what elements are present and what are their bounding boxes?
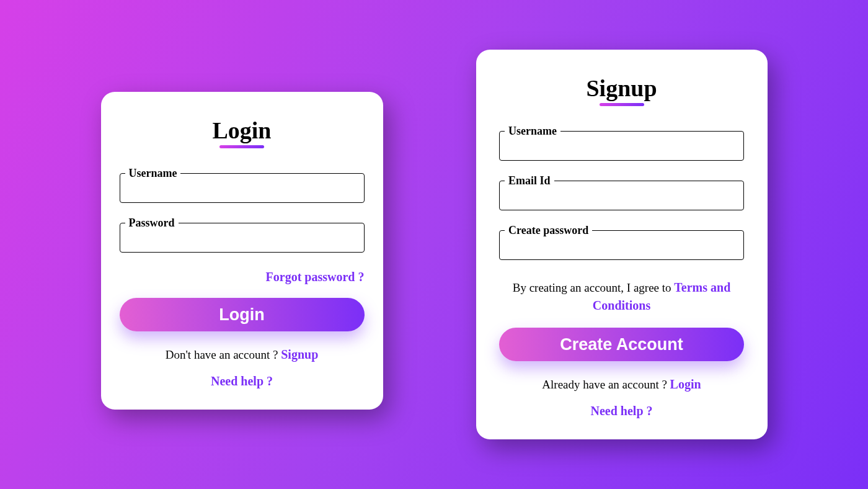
signup-password-label: Create password [505, 224, 592, 237]
signup-email-label: Email Id [505, 174, 554, 187]
login-password-label: Password [125, 217, 179, 230]
signup-password-input[interactable] [505, 237, 738, 257]
signup-card: Signup Username Email Id Create password… [476, 50, 768, 439]
signup-link[interactable]: Signup [281, 348, 318, 361]
signup-password-group: Create password [499, 224, 744, 260]
signup-username-label: Username [505, 125, 560, 138]
title-underline [219, 145, 264, 148]
signup-username-input[interactable] [505, 138, 738, 158]
agree-text: By creating an account, I agree to [513, 281, 675, 294]
signup-help-link[interactable]: Need help ? [591, 404, 653, 418]
login-card: Login Username Password Forgot password … [101, 92, 383, 410]
create-account-button[interactable]: Create Account [499, 328, 744, 361]
login-password-group: Password [120, 217, 365, 253]
forgot-password-row: Forgot password ? [120, 270, 365, 284]
title-underline [600, 103, 644, 106]
login-username-input[interactable] [125, 180, 359, 200]
login-signup-row: Don't have an account ? Signup [166, 348, 319, 362]
signup-login-row: Already have an account ? Login [542, 377, 701, 392]
forgot-password-link[interactable]: Forgot password ? [266, 270, 365, 284]
signup-email-group: Email Id [499, 174, 744, 210]
login-username-label: Username [125, 167, 181, 180]
login-button[interactable]: Login [120, 298, 365, 331]
have-account-text: Already have an account ? [542, 378, 670, 391]
signup-email-input[interactable] [505, 187, 738, 207]
login-help-link[interactable]: Need help ? [211, 374, 273, 388]
signup-title: Signup [586, 74, 657, 102]
login-title: Login [212, 117, 271, 144]
login-link[interactable]: Login [670, 377, 701, 391]
terms-row: By creating an account, I agree to Terms… [499, 279, 744, 314]
no-account-text: Don't have an account ? [166, 348, 281, 361]
login-password-input[interactable] [125, 230, 359, 249]
login-username-group: Username [120, 167, 365, 203]
signup-username-group: Username [499, 125, 744, 161]
